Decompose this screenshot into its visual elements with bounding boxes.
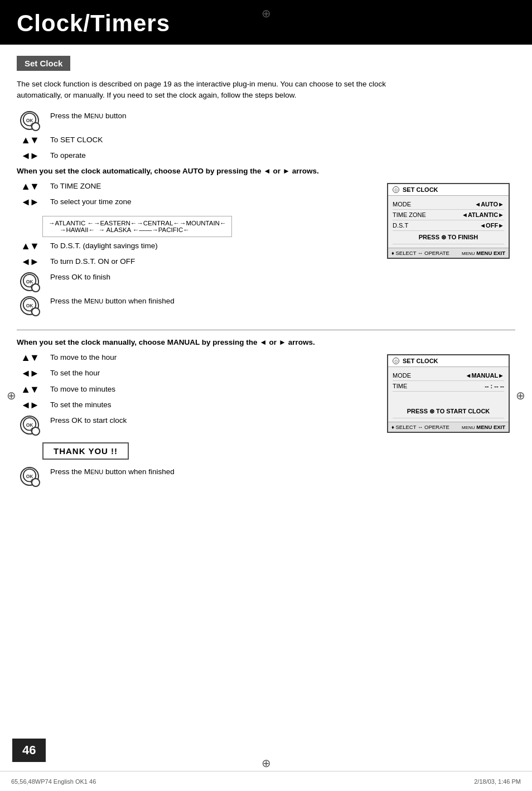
arrow-lr-icon-3: ◄►	[17, 256, 42, 267]
arrow-lr-icon-m1: ◄►	[17, 368, 42, 378]
manual-row-5: OK Press OK to start clock	[17, 415, 376, 435]
manual-text-6: Press the MENU button when finished	[50, 466, 175, 478]
manual-row-1: ▲▼ To move to the hour	[17, 352, 376, 363]
auto-screen-mode-label: MODE	[393, 201, 411, 208]
auto-text-3: To D.S.T. (daylight savings time)	[50, 240, 158, 252]
auto-screen-dst-value: ◄OFF►	[480, 222, 504, 229]
svg-point-14	[31, 479, 36, 484]
manual-screen-row-mode: MODE ◄MANUAL►	[393, 370, 504, 381]
auto-screen-bottom-left: ♦ SELECT ↔ OPERATE	[391, 250, 449, 256]
arrow-lr-icon-m2: ◄►	[17, 399, 42, 410]
svg-point-11	[31, 428, 36, 433]
manual-screen-bottom-bar: ♦ SELECT ↔ OPERATE MENU MENU EXIT	[388, 422, 509, 432]
manual-instructions-col: ▲▼ To move to the hour ◄► To set the hou…	[17, 352, 376, 490]
svg-point-5	[31, 284, 36, 290]
arrow-ud-icon-1: ▲▼	[17, 134, 42, 145]
compass-left-icon: ⊕	[7, 389, 16, 402]
instruction-text-3: To operate	[50, 150, 86, 161]
auto-screen-row-timezone: TIME ZONE ◄ATLANTIC►	[393, 210, 504, 220]
auto-section: ▲▼ To TIME ZONE ◄► To select your time z…	[17, 181, 515, 320]
svg-text:OK: OK	[26, 279, 33, 284]
auto-screen-dst-label: D.S.T	[393, 222, 408, 229]
manual-screen-mode-label: MODE	[393, 372, 411, 379]
manual-screen-circle-icon: ○	[393, 358, 399, 364]
auto-text-2: To select your time zone	[50, 196, 132, 208]
ok-icon-1: OK	[17, 110, 42, 130]
auto-screen-tz-label: TIME ZONE	[393, 211, 426, 218]
arrow-lr-icon-1: ◄►	[17, 150, 42, 161]
ok-button-icon-m2: OK	[20, 467, 39, 486]
page-number: 46	[12, 739, 46, 762]
svg-text:OK: OK	[26, 117, 33, 123]
arrow-ud-icon-3: ▲▼	[17, 240, 42, 251]
auto-heading: When you set the clock automatically, ch…	[17, 167, 515, 175]
manual-screen-spacer	[393, 392, 504, 405]
ok-button-icon-3: OK	[20, 296, 39, 315]
auto-instructions-col: ▲▼ To TIME ZONE ◄► To select your time z…	[17, 181, 376, 320]
manual-row-2: ◄► To set the hour	[17, 368, 376, 379]
manual-screen-mockup: ○ SET CLOCK MODE ◄MANUAL► TIME -- : -- -…	[387, 354, 510, 433]
manual-screen-bottom-left: ♦ SELECT ↔ OPERATE	[391, 424, 449, 430]
auto-screen-title: SET CLOCK	[403, 186, 438, 193]
footer-left: 65,56,48WP74 English OK1 46	[11, 778, 96, 785]
auto-text-6: Press the MENU button when finished	[50, 296, 175, 307]
auto-screen-tz-value: ◄ATLANTIC►	[462, 211, 504, 218]
ok-button-icon: OK	[20, 111, 39, 130]
arrow-ud-icon-m2: ▲▼	[17, 384, 42, 394]
intro-text: The set clock function is described on p…	[17, 79, 407, 102]
auto-screen-center-text: PRESS ⊛ TO FINISH	[393, 231, 504, 244]
manual-text-5: Press OK to start clock	[50, 415, 127, 426]
compass-top-icon: ⊕	[262, 7, 271, 20]
page-container: ⊕ ⊕ ⊕ Clock/Timers Set Clock The set clo…	[0, 0, 532, 791]
manual-screen-time-value: -- : -- --	[485, 383, 504, 389]
manual-screen-body: MODE ◄MANUAL► TIME -- : -- -- PRESS ⊛ TO…	[388, 367, 509, 422]
manual-section: ▲▼ To move to the hour ◄► To set the hou…	[17, 352, 515, 490]
auto-screen-row-dst: D.S.T ◄OFF►	[393, 220, 504, 231]
main-content: Set Clock The set clock function is desc…	[0, 45, 532, 507]
arrow-lr-icon-2: ◄►	[17, 196, 42, 207]
auto-row-4: ◄► To turn D.S.T. ON or OFF	[17, 256, 376, 267]
auto-text-4: To turn D.S.T. ON or OFF	[50, 256, 135, 267]
manual-text-1: To move to the hour	[50, 352, 117, 363]
arrow-ud-icon-m1: ▲▼	[17, 352, 42, 363]
manual-screen-time-label: TIME	[393, 383, 407, 389]
manual-screen-bottom-right: MENU MENU EXIT	[462, 424, 505, 430]
instruction-row-setclock: ▲▼ To SET CLOCK	[17, 134, 515, 146]
manual-row-6: OK Press the MENU button when finished	[17, 466, 376, 486]
auto-row-1: ▲▼ To TIME ZONE	[17, 181, 376, 192]
auto-row-3: ▲▼ To D.S.T. (daylight savings time)	[17, 240, 376, 252]
manual-row-4: ◄► To set the minutes	[17, 399, 376, 411]
instruction-text-1: Press the MENU button	[50, 110, 127, 122]
screen-circle-icon: ○	[393, 186, 399, 193]
svg-point-8	[31, 308, 36, 313]
svg-text:OK: OK	[26, 474, 33, 479]
auto-screen-mode-value: ◄AUTO►	[475, 201, 504, 208]
manual-row-3: ▲▼ To move to minutes	[17, 384, 376, 395]
auto-screen-col: ○ SET CLOCK MODE ◄AUTO► TIME ZONE ◄ATLAN…	[387, 181, 515, 320]
manual-screen-row-time: TIME -- : -- --	[393, 381, 504, 392]
footer-bar: 65,56,48WP74 English OK1 46 2/18/03, 1:4…	[0, 771, 532, 791]
instruction-row-menu: OK Press the MENU button	[17, 110, 515, 130]
tz-row-1: →ATLANTIC ←→EASTERN←→CENTRAL←→MOUNTAIN←	[49, 220, 226, 226]
ok-icon-2: OK	[17, 272, 42, 291]
ok-icon-3: OK	[17, 296, 42, 315]
auto-screen-title-bar: ○ SET CLOCK	[388, 184, 509, 196]
footer-right: 2/18/03, 1:46 PM	[474, 778, 521, 785]
instruction-text-2: To SET CLOCK	[50, 134, 103, 146]
auto-screen-bottom-bar: ♦ SELECT ↔ OPERATE MENU MENU EXIT	[388, 248, 509, 258]
thank-you-box: THANK YOU !!	[42, 442, 129, 460]
ok-button-icon-2: OK	[20, 272, 39, 291]
compass-bottom-icon: ⊕	[262, 756, 271, 770]
manual-heading: When you set the clock manually, choose …	[17, 338, 515, 346]
up-down-arrows: ▲▼	[21, 135, 38, 145]
arrow-ud-icon-2: ▲▼	[17, 181, 42, 191]
manual-screen-title: SET CLOCK	[403, 358, 438, 364]
manual-text-3: To move to minutes	[50, 384, 115, 395]
compass-right-icon: ⊕	[516, 389, 525, 402]
manual-screen-title-bar: ○ SET CLOCK	[388, 355, 509, 367]
auto-text-5: Press OK to finish	[50, 272, 110, 283]
ok-icon-m1: OK	[17, 415, 42, 435]
ok-button-icon-m1: OK	[20, 416, 39, 435]
manual-screen-col: ○ SET CLOCK MODE ◄MANUAL► TIME -- : -- -…	[387, 352, 515, 490]
instruction-row-operate: ◄► To operate	[17, 150, 515, 161]
